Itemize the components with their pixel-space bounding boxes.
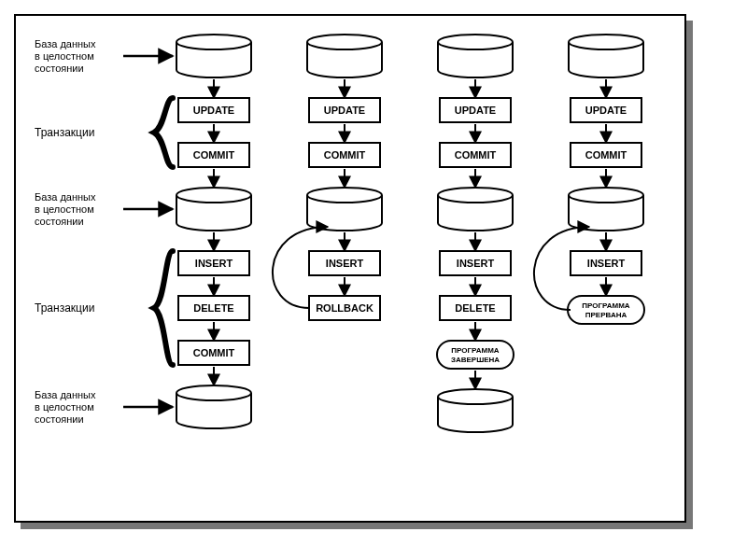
database-cylinder (438, 35, 513, 77)
diagram-stage: UPDATECOMMITINSERTDELETECOMMITUPDATECOMM… (0, 0, 747, 560)
database-cylinder (176, 385, 251, 428)
svg-point-5 (176, 188, 251, 203)
svg-text:состоянии: состоянии (35, 413, 84, 425)
prog_abort-pill: ПРОГРАММАПРЕРВАНА (568, 296, 644, 324)
database-cylinder (176, 188, 251, 231)
svg-point-0 (176, 35, 251, 49)
database-cylinder (438, 389, 513, 432)
commit-box: COMMIT (440, 143, 511, 167)
database-cylinder (176, 35, 251, 77)
svg-text:DELETE: DELETE (193, 302, 233, 314)
commit-box: COMMIT (178, 143, 249, 167)
svg-text:UPDATE: UPDATE (193, 105, 234, 116)
svg-text:в целостном: в целостном (35, 50, 94, 62)
svg-text:ПРЕРВАНА: ПРЕРВАНА (585, 311, 627, 319)
database-cylinder (438, 188, 513, 231)
svg-text:COMMIT: COMMIT (193, 347, 235, 358)
svg-rect-33 (437, 341, 514, 369)
svg-point-12 (176, 385, 251, 400)
brace (154, 98, 173, 167)
update-box: UPDATE (309, 98, 380, 122)
svg-text:COMMIT: COMMIT (193, 149, 235, 161)
insert-box: INSERT (178, 251, 249, 275)
svg-text:ПРОГРАММА: ПРОГРАММА (451, 346, 499, 355)
svg-point-23 (438, 35, 513, 49)
svg-text:База данных: База данных (35, 38, 96, 49)
svg-text:База данных: База данных (35, 389, 96, 400)
commit-box: COMMIT (309, 143, 380, 167)
svg-text:INSERT: INSERT (587, 258, 626, 269)
update-box: UPDATE (571, 98, 641, 122)
svg-text:ЗАВЕРШЕНА: ЗАВЕРШЕНА (451, 356, 500, 364)
update-box: UPDATE (440, 98, 511, 122)
svg-text:состоянии: состоянии (35, 63, 84, 74)
svg-text:COMMIT: COMMIT (455, 149, 497, 161)
brace (154, 251, 173, 365)
database-cylinder (569, 188, 643, 231)
commit-box: COMMIT (571, 143, 641, 167)
svg-text:ПРОГРАММА: ПРОГРАММА (582, 301, 629, 310)
svg-rect-45 (568, 296, 644, 324)
insert-box: INSERT (571, 251, 641, 275)
svg-point-13 (307, 35, 382, 49)
commit-box: COMMIT (178, 341, 249, 365)
svg-text:DELETE: DELETE (455, 302, 495, 314)
svg-text:UPDATE: UPDATE (324, 105, 365, 116)
svg-text:в целостном: в целостном (35, 203, 94, 215)
svg-text:Транзакции: Транзакции (35, 126, 94, 139)
delete-box: DELETE (178, 296, 249, 320)
svg-point-18 (307, 188, 382, 203)
frame: UPDATECOMMITINSERTDELETECOMMITUPDATECOMM… (14, 14, 686, 523)
insert-box: INSERT (309, 251, 380, 275)
svg-point-28 (438, 188, 513, 203)
svg-text:UPDATE: UPDATE (455, 105, 496, 116)
rollback-box: ROLLBACK (309, 296, 380, 320)
svg-point-42 (569, 188, 643, 203)
svg-point-36 (438, 389, 513, 404)
prog_done-pill: ПРОГРАММАЗАВЕРШЕНА (437, 341, 514, 369)
svg-text:ROLLBACK: ROLLBACK (316, 302, 374, 314)
svg-text:в целостном: в целостном (35, 401, 94, 413)
insert-box: INSERT (440, 251, 511, 275)
svg-text:COMMIT: COMMIT (585, 149, 627, 161)
database-cylinder (569, 35, 643, 77)
svg-text:Транзакции: Транзакции (35, 301, 94, 315)
svg-point-37 (569, 35, 643, 49)
svg-text:INSERT: INSERT (457, 258, 495, 269)
update-box: UPDATE (178, 98, 249, 122)
svg-text:База данных: База данных (35, 191, 96, 203)
svg-text:UPDATE: UPDATE (585, 105, 627, 116)
svg-text:INSERT: INSERT (326, 258, 364, 269)
svg-text:INSERT: INSERT (195, 258, 233, 269)
svg-text:состоянии: состоянии (35, 216, 84, 227)
database-cylinder (307, 188, 382, 231)
database-cylinder (307, 35, 382, 77)
delete-box: DELETE (440, 296, 511, 320)
svg-text:COMMIT: COMMIT (324, 149, 366, 161)
